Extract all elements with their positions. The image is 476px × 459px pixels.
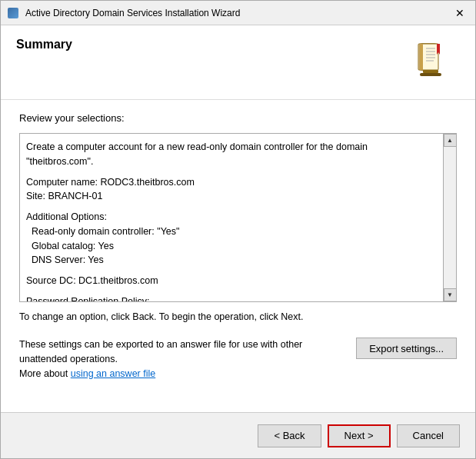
export-description: These settings can be exported to an ans… <box>19 338 347 381</box>
svg-rect-2 <box>421 44 438 70</box>
window-icon <box>7 7 19 19</box>
next-button[interactable]: Next > <box>328 424 391 447</box>
export-text-2: More about <box>19 368 71 379</box>
summary-line-2: Computer name: RODC3.theitbros.comSite: … <box>26 175 434 205</box>
summary-box: Create a computer account for a new read… <box>19 133 457 302</box>
svg-rect-9 <box>423 70 438 73</box>
footer: < Back Next > Cancel <box>1 412 475 458</box>
header-area: Summary <box>1 25 475 100</box>
close-button[interactable]: ✕ <box>451 4 469 22</box>
scroll-down-arrow[interactable]: ▼ <box>444 288 457 301</box>
summary-line-10: Password Replication Policy: <box>26 294 434 302</box>
content-area: Review your selections: Create a compute… <box>1 100 475 412</box>
window-title: Active Directory Domain Services Install… <box>25 8 451 18</box>
wizard-window: Active Directory Domain Services Install… <box>0 0 476 459</box>
answer-file-link[interactable]: using an answer file <box>71 368 155 379</box>
cancel-button[interactable]: Cancel <box>397 424 460 447</box>
review-label: Review your selections: <box>19 112 457 124</box>
back-button[interactable]: < Back <box>258 424 321 447</box>
svg-rect-10 <box>420 73 441 76</box>
export-area: These settings can be exported to an ans… <box>19 331 457 381</box>
summary-line-0: Create a computer account for a new read… <box>26 140 434 169</box>
scroll-up-arrow[interactable]: ▲ <box>444 134 457 147</box>
export-settings-button[interactable]: Export settings... <box>356 338 457 359</box>
book-icon <box>411 38 460 87</box>
export-text-1: These settings can be exported to an ans… <box>19 339 302 364</box>
summary-line-8: Source DC: DC1.theitbros.com <box>26 274 434 288</box>
page-title: Summary <box>16 38 72 52</box>
scroll-track <box>444 147 456 288</box>
title-bar: Active Directory Domain Services Install… <box>1 1 475 25</box>
svg-rect-3 <box>420 44 423 70</box>
summary-line-4: Additional Options: Read-only domain con… <box>26 210 434 268</box>
scroll-bar[interactable]: ▲ ▼ <box>443 134 456 301</box>
summary-content: Create a computer account for a new read… <box>26 140 434 302</box>
change-hint: To change an option, click Back. To begi… <box>19 311 457 322</box>
